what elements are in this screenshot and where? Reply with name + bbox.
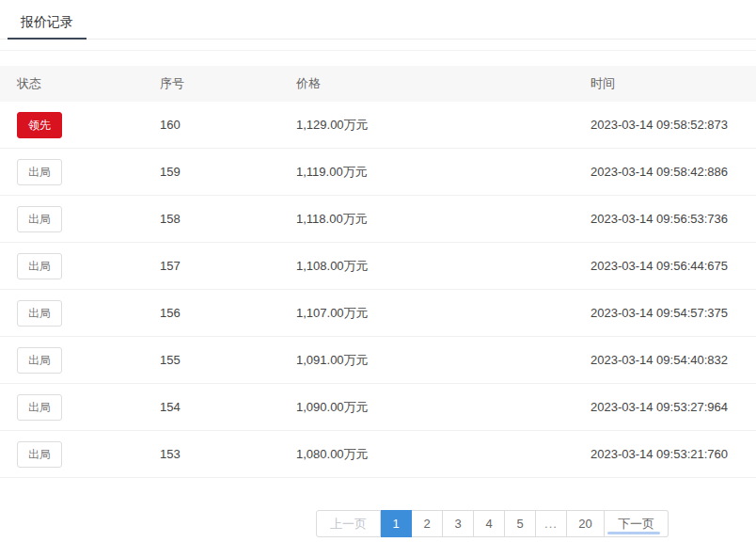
column-header-status: 状态 — [0, 75, 160, 92]
price-cell: 1,119.00万元 — [296, 164, 591, 181]
time-cell: 2023-03-14 09:53:27:964 — [591, 400, 756, 414]
table-body: 领先 160 1,129.00万元 2023-03-14 09:58:52:87… — [0, 102, 756, 478]
seq-cell: 159 — [160, 165, 296, 179]
prev-page-button[interactable]: 上一页 — [316, 510, 381, 537]
time-cell: 2023-03-14 09:56:44:675 — [591, 259, 756, 273]
status-badge-out: 出局 — [17, 347, 62, 374]
table-row: 出局 157 1,108.00万元 2023-03-14 09:56:44:67… — [0, 243, 756, 290]
pagination: 上一页 12345...20下一页 — [316, 510, 756, 537]
seq-cell: 155 — [160, 353, 296, 367]
page-button-1[interactable]: 1 — [381, 510, 412, 537]
seq-cell: 153 — [160, 447, 296, 461]
page-button-4[interactable]: 4 — [474, 510, 505, 537]
price-cell: 1,118.00万元 — [296, 211, 591, 228]
status-badge-out: 出局 — [17, 300, 62, 327]
page-button-5[interactable]: 5 — [505, 510, 536, 537]
table-row: 出局 154 1,090.00万元 2023-03-14 09:53:27:96… — [0, 384, 756, 431]
price-cell: 1,129.00万元 — [296, 117, 591, 134]
seq-cell: 154 — [160, 400, 296, 414]
page-button-20[interactable]: 20 — [567, 510, 605, 537]
time-cell: 2023-03-14 09:53:21:760 — [591, 447, 756, 461]
status-badge-out: 出局 — [17, 394, 62, 421]
status-badge-out: 出局 — [17, 206, 62, 232]
table-row: 出局 159 1,119.00万元 2023-03-14 09:58:42:88… — [0, 149, 756, 196]
quote-table: 状态 序号 价格 时间 领先 160 1,129.00万元 2023-03-14… — [0, 66, 756, 478]
seq-cell: 156 — [160, 306, 296, 320]
column-header-time: 时间 — [591, 75, 756, 92]
seq-cell: 157 — [160, 259, 296, 273]
price-cell: 1,080.00万元 — [296, 446, 591, 463]
divider-line — [0, 40, 756, 51]
column-header-seq: 序号 — [160, 75, 296, 92]
status-badge-leading: 领先 — [17, 112, 62, 138]
table-row: 出局 156 1,107.00万元 2023-03-14 09:54:57:37… — [0, 290, 756, 337]
price-cell: 1,090.00万元 — [296, 399, 591, 416]
table-header-row: 状态 序号 价格 时间 — [0, 66, 756, 102]
page-button-2[interactable]: 2 — [412, 510, 443, 537]
table-row: 领先 160 1,129.00万元 2023-03-14 09:58:52:87… — [0, 102, 756, 149]
price-cell: 1,108.00万元 — [296, 258, 591, 275]
column-header-price: 价格 — [296, 75, 591, 92]
status-badge-out: 出局 — [17, 159, 62, 185]
status-badge-out: 出局 — [17, 253, 62, 279]
time-cell: 2023-03-14 09:58:52:873 — [591, 118, 756, 132]
seq-cell: 160 — [160, 118, 296, 132]
price-cell: 1,091.00万元 — [296, 352, 591, 369]
time-cell: 2023-03-14 09:54:40:832 — [591, 353, 756, 367]
time-cell: 2023-03-14 09:58:42:886 — [591, 165, 756, 179]
price-cell: 1,107.00万元 — [296, 305, 591, 322]
page-button-3[interactable]: 3 — [443, 510, 474, 537]
time-cell: 2023-03-14 09:56:53:736 — [591, 212, 756, 226]
bottom-edge-artifact — [607, 532, 660, 534]
tab-quote-records[interactable]: 报价记录 — [8, 9, 87, 40]
time-cell: 2023-03-14 09:54:57:375 — [591, 306, 756, 320]
table-row: 出局 158 1,118.00万元 2023-03-14 09:56:53:73… — [0, 196, 756, 243]
table-row: 出局 155 1,091.00万元 2023-03-14 09:54:40:83… — [0, 337, 756, 384]
status-badge-out: 出局 — [17, 441, 62, 468]
seq-cell: 158 — [160, 212, 296, 226]
table-row: 出局 153 1,080.00万元 2023-03-14 09:53:21:76… — [0, 431, 756, 478]
page-ellipsis[interactable]: ... — [536, 510, 567, 537]
tab-bar: 报价记录 — [0, 0, 756, 40]
